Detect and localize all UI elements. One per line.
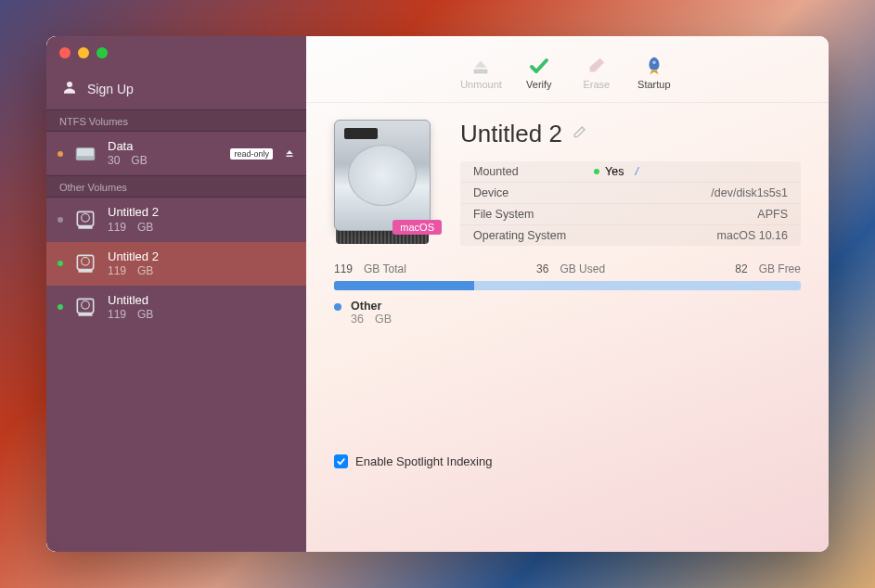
verify-button[interactable]: Verify: [519, 55, 560, 90]
user-icon: [61, 79, 78, 98]
spotlight-checkbox[interactable]: [334, 454, 348, 468]
volume-title: Untitled 2: [460, 120, 562, 148]
prop-row-os: Operating System macOS 10.16: [460, 225, 801, 246]
volume-name: Untitled 2: [108, 205, 295, 220]
volume-size: 119GB: [108, 264, 295, 278]
erase-button: Erase: [576, 55, 617, 90]
verify-label: Verify: [526, 79, 552, 90]
erase-label: Erase: [583, 79, 610, 90]
status-dot-green: [594, 169, 599, 174]
drive-illustration: macOS: [334, 120, 436, 246]
prop-value: APFS: [757, 208, 788, 221]
prop-value: Yes: [605, 165, 624, 178]
svg-point-14: [652, 60, 656, 64]
unmount-label: Unmount: [460, 79, 502, 90]
content-pane: Unmount Verify Erase Startup: [306, 36, 829, 552]
used-size-num: 36: [536, 262, 548, 275]
legend-dot-icon: [334, 303, 341, 311]
prop-value: /dev/disk1s5s1: [711, 186, 788, 199]
startup-label: Startup: [637, 79, 670, 90]
usage-bar: [334, 281, 801, 290]
eject-button[interactable]: [284, 146, 295, 162]
edit-name-button[interactable]: [572, 125, 586, 144]
drive-internal-icon: [72, 207, 98, 233]
svg-point-8: [82, 258, 90, 266]
volume-size: 119GB: [108, 221, 295, 235]
svg-point-0: [67, 82, 72, 87]
legend-name: Other: [351, 300, 392, 313]
prop-label: Operating System: [473, 229, 594, 242]
svg-rect-3: [287, 155, 293, 157]
svg-rect-13: [475, 70, 487, 72]
status-dot: [58, 261, 63, 266]
readonly-badge: read-only: [230, 148, 273, 160]
sidebar-volume-item[interactable]: Untitled 2119GB: [46, 198, 306, 241]
app-window: Sign Up NTFS VolumesData30GBread-onlyOth…: [46, 36, 829, 552]
minimize-window-button[interactable]: [78, 47, 89, 58]
usage-section: 119 GB Total 36 GB Used 82 GB Free Other: [306, 246, 829, 326]
sidebar-volume-item[interactable]: Data30GBread-only: [46, 132, 306, 175]
status-dot: [58, 304, 63, 310]
legend-size-num: 36: [351, 313, 364, 326]
sidebar-section-header: Other Volumes: [46, 175, 306, 198]
drive-internal-icon: [72, 294, 98, 320]
status-dot: [58, 151, 63, 157]
sidebar-volume-item[interactable]: Untitled119GB: [46, 286, 306, 329]
volume-size: 119GB: [108, 308, 295, 322]
toolbar: Unmount Verify Erase Startup: [306, 36, 829, 103]
free-size-num: 82: [735, 262, 747, 275]
check-icon: [528, 55, 550, 77]
prop-row-filesystem: File System APFS: [460, 204, 801, 225]
prop-row-mounted: Mounted Yes /: [460, 161, 801, 183]
free-size-label: GB Free: [759, 262, 801, 275]
svg-rect-9: [78, 270, 92, 273]
rocket-icon: [643, 55, 665, 77]
volume-size: 30GB: [108, 154, 221, 168]
startup-button[interactable]: Startup: [634, 55, 675, 90]
sidebar-section-header: NTFS Volumes: [46, 109, 306, 132]
property-table: Mounted Yes / Device /dev/disk1s5s1 File…: [460, 161, 801, 246]
prop-row-device: Device /dev/disk1s5s1: [460, 183, 801, 204]
usage-bar-fill: [334, 281, 474, 290]
svg-point-5: [82, 213, 90, 222]
svg-rect-2: [76, 156, 95, 160]
eraser-icon: [585, 55, 608, 77]
prop-label: Device: [473, 186, 594, 199]
used-size-label: GB Used: [560, 262, 605, 275]
drive-external-icon: [72, 141, 98, 167]
prop-value: macOS 10.16: [717, 229, 788, 242]
svg-rect-12: [78, 313, 92, 316]
legend-size-unit: GB: [375, 313, 392, 326]
prop-label: File System: [473, 208, 594, 221]
prop-label: Mounted: [473, 165, 594, 178]
signup-label: Sign Up: [87, 82, 134, 96]
volume-detail-header: macOS Untitled 2 Mounted Yes: [306, 103, 829, 246]
eject-icon: [470, 55, 492, 77]
volume-name: Data: [108, 139, 221, 154]
volume-name: Untitled 2: [108, 249, 295, 264]
total-size-num: 119: [334, 262, 353, 275]
sidebar-volume-item[interactable]: Untitled 2119GB: [46, 242, 306, 286]
usage-legend: Other 36 GB: [334, 300, 801, 326]
close-window-button[interactable]: [59, 47, 71, 58]
spotlight-row: Enable Spotlight Indexing: [306, 438, 829, 468]
svg-rect-6: [78, 225, 92, 228]
maximize-window-button[interactable]: [97, 47, 108, 58]
window-controls: [59, 47, 108, 58]
drive-internal-icon: [72, 250, 98, 276]
os-badge: macOS: [392, 220, 442, 235]
volume-name: Untitled: [108, 293, 295, 308]
unmount-button: Unmount: [460, 55, 502, 90]
spotlight-label: Enable Spotlight Indexing: [355, 454, 492, 468]
status-dot: [58, 217, 63, 223]
signup-button[interactable]: Sign Up: [46, 75, 306, 109]
sidebar: Sign Up NTFS VolumesData30GBread-onlyOth…: [46, 36, 306, 552]
svg-point-11: [82, 301, 90, 310]
total-size-label: GB Total: [364, 262, 406, 275]
mount-path: /: [635, 165, 637, 178]
